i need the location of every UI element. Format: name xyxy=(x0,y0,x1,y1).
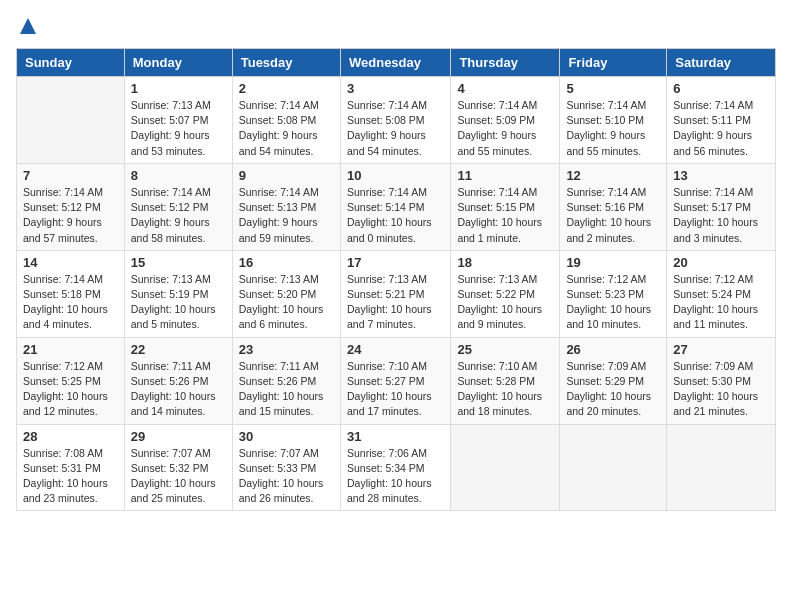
calendar-cell: 17Sunrise: 7:13 AMSunset: 5:21 PMDayligh… xyxy=(340,250,450,337)
day-number: 14 xyxy=(23,255,118,270)
calendar-cell: 5Sunrise: 7:14 AMSunset: 5:10 PMDaylight… xyxy=(560,77,667,164)
calendar-cell: 28Sunrise: 7:08 AMSunset: 5:31 PMDayligh… xyxy=(17,424,125,511)
day-number: 22 xyxy=(131,342,226,357)
day-info: Sunrise: 7:10 AMSunset: 5:28 PMDaylight:… xyxy=(457,359,553,420)
week-row-2: 7Sunrise: 7:14 AMSunset: 5:12 PMDaylight… xyxy=(17,163,776,250)
day-info: Sunrise: 7:13 AMSunset: 5:22 PMDaylight:… xyxy=(457,272,553,333)
calendar-cell: 12Sunrise: 7:14 AMSunset: 5:16 PMDayligh… xyxy=(560,163,667,250)
day-info: Sunrise: 7:14 AMSunset: 5:11 PMDaylight:… xyxy=(673,98,769,159)
day-number: 10 xyxy=(347,168,444,183)
day-info: Sunrise: 7:14 AMSunset: 5:10 PMDaylight:… xyxy=(566,98,660,159)
day-number: 7 xyxy=(23,168,118,183)
calendar-cell: 27Sunrise: 7:09 AMSunset: 5:30 PMDayligh… xyxy=(667,337,776,424)
day-info: Sunrise: 7:10 AMSunset: 5:27 PMDaylight:… xyxy=(347,359,444,420)
calendar-cell: 18Sunrise: 7:13 AMSunset: 5:22 PMDayligh… xyxy=(451,250,560,337)
column-header-monday: Monday xyxy=(124,49,232,77)
calendar-cell: 3Sunrise: 7:14 AMSunset: 5:08 PMDaylight… xyxy=(340,77,450,164)
day-info: Sunrise: 7:12 AMSunset: 5:25 PMDaylight:… xyxy=(23,359,118,420)
day-info: Sunrise: 7:09 AMSunset: 5:29 PMDaylight:… xyxy=(566,359,660,420)
day-number: 20 xyxy=(673,255,769,270)
calendar-cell: 26Sunrise: 7:09 AMSunset: 5:29 PMDayligh… xyxy=(560,337,667,424)
day-number: 16 xyxy=(239,255,334,270)
day-info: Sunrise: 7:14 AMSunset: 5:12 PMDaylight:… xyxy=(23,185,118,246)
calendar-cell: 14Sunrise: 7:14 AMSunset: 5:18 PMDayligh… xyxy=(17,250,125,337)
calendar-cell: 19Sunrise: 7:12 AMSunset: 5:23 PMDayligh… xyxy=(560,250,667,337)
calendar-cell: 31Sunrise: 7:06 AMSunset: 5:34 PMDayligh… xyxy=(340,424,450,511)
day-number: 6 xyxy=(673,81,769,96)
day-info: Sunrise: 7:14 AMSunset: 5:14 PMDaylight:… xyxy=(347,185,444,246)
day-info: Sunrise: 7:12 AMSunset: 5:24 PMDaylight:… xyxy=(673,272,769,333)
day-number: 31 xyxy=(347,429,444,444)
calendar-cell: 6Sunrise: 7:14 AMSunset: 5:11 PMDaylight… xyxy=(667,77,776,164)
calendar-cell: 1Sunrise: 7:13 AMSunset: 5:07 PMDaylight… xyxy=(124,77,232,164)
day-info: Sunrise: 7:14 AMSunset: 5:18 PMDaylight:… xyxy=(23,272,118,333)
day-number: 18 xyxy=(457,255,553,270)
column-header-thursday: Thursday xyxy=(451,49,560,77)
calendar-cell: 22Sunrise: 7:11 AMSunset: 5:26 PMDayligh… xyxy=(124,337,232,424)
calendar-cell xyxy=(667,424,776,511)
day-number: 28 xyxy=(23,429,118,444)
calendar-table: SundayMondayTuesdayWednesdayThursdayFrid… xyxy=(16,48,776,511)
day-number: 2 xyxy=(239,81,334,96)
calendar-cell: 25Sunrise: 7:10 AMSunset: 5:28 PMDayligh… xyxy=(451,337,560,424)
day-info: Sunrise: 7:07 AMSunset: 5:32 PMDaylight:… xyxy=(131,446,226,507)
calendar-cell: 15Sunrise: 7:13 AMSunset: 5:19 PMDayligh… xyxy=(124,250,232,337)
day-info: Sunrise: 7:14 AMSunset: 5:08 PMDaylight:… xyxy=(347,98,444,159)
calendar-cell xyxy=(17,77,125,164)
calendar-cell: 8Sunrise: 7:14 AMSunset: 5:12 PMDaylight… xyxy=(124,163,232,250)
day-number: 5 xyxy=(566,81,660,96)
calendar-cell: 9Sunrise: 7:14 AMSunset: 5:13 PMDaylight… xyxy=(232,163,340,250)
calendar-cell: 13Sunrise: 7:14 AMSunset: 5:17 PMDayligh… xyxy=(667,163,776,250)
calendar-cell xyxy=(560,424,667,511)
day-number: 9 xyxy=(239,168,334,183)
day-number: 24 xyxy=(347,342,444,357)
day-number: 27 xyxy=(673,342,769,357)
week-row-3: 14Sunrise: 7:14 AMSunset: 5:18 PMDayligh… xyxy=(17,250,776,337)
calendar-cell xyxy=(451,424,560,511)
page-header xyxy=(16,16,776,36)
day-info: Sunrise: 7:14 AMSunset: 5:15 PMDaylight:… xyxy=(457,185,553,246)
column-header-saturday: Saturday xyxy=(667,49,776,77)
day-info: Sunrise: 7:08 AMSunset: 5:31 PMDaylight:… xyxy=(23,446,118,507)
day-info: Sunrise: 7:14 AMSunset: 5:13 PMDaylight:… xyxy=(239,185,334,246)
day-number: 17 xyxy=(347,255,444,270)
day-info: Sunrise: 7:07 AMSunset: 5:33 PMDaylight:… xyxy=(239,446,334,507)
logo-icon xyxy=(18,16,38,36)
calendar-cell: 2Sunrise: 7:14 AMSunset: 5:08 PMDaylight… xyxy=(232,77,340,164)
calendar-cell: 29Sunrise: 7:07 AMSunset: 5:32 PMDayligh… xyxy=(124,424,232,511)
day-info: Sunrise: 7:14 AMSunset: 5:08 PMDaylight:… xyxy=(239,98,334,159)
day-info: Sunrise: 7:13 AMSunset: 5:07 PMDaylight:… xyxy=(131,98,226,159)
day-info: Sunrise: 7:06 AMSunset: 5:34 PMDaylight:… xyxy=(347,446,444,507)
column-header-friday: Friday xyxy=(560,49,667,77)
calendar-cell: 16Sunrise: 7:13 AMSunset: 5:20 PMDayligh… xyxy=(232,250,340,337)
calendar-header-row: SundayMondayTuesdayWednesdayThursdayFrid… xyxy=(17,49,776,77)
day-info: Sunrise: 7:09 AMSunset: 5:30 PMDaylight:… xyxy=(673,359,769,420)
day-info: Sunrise: 7:11 AMSunset: 5:26 PMDaylight:… xyxy=(131,359,226,420)
day-number: 29 xyxy=(131,429,226,444)
day-number: 11 xyxy=(457,168,553,183)
day-number: 3 xyxy=(347,81,444,96)
week-row-5: 28Sunrise: 7:08 AMSunset: 5:31 PMDayligh… xyxy=(17,424,776,511)
day-info: Sunrise: 7:14 AMSunset: 5:17 PMDaylight:… xyxy=(673,185,769,246)
day-number: 21 xyxy=(23,342,118,357)
day-number: 23 xyxy=(239,342,334,357)
day-number: 8 xyxy=(131,168,226,183)
calendar-cell: 21Sunrise: 7:12 AMSunset: 5:25 PMDayligh… xyxy=(17,337,125,424)
calendar-cell: 7Sunrise: 7:14 AMSunset: 5:12 PMDaylight… xyxy=(17,163,125,250)
day-info: Sunrise: 7:14 AMSunset: 5:12 PMDaylight:… xyxy=(131,185,226,246)
calendar-cell: 23Sunrise: 7:11 AMSunset: 5:26 PMDayligh… xyxy=(232,337,340,424)
column-header-sunday: Sunday xyxy=(17,49,125,77)
column-header-tuesday: Tuesday xyxy=(232,49,340,77)
day-info: Sunrise: 7:11 AMSunset: 5:26 PMDaylight:… xyxy=(239,359,334,420)
day-number: 1 xyxy=(131,81,226,96)
day-info: Sunrise: 7:14 AMSunset: 5:16 PMDaylight:… xyxy=(566,185,660,246)
day-info: Sunrise: 7:13 AMSunset: 5:21 PMDaylight:… xyxy=(347,272,444,333)
logo xyxy=(16,16,38,36)
day-info: Sunrise: 7:12 AMSunset: 5:23 PMDaylight:… xyxy=(566,272,660,333)
calendar-cell: 24Sunrise: 7:10 AMSunset: 5:27 PMDayligh… xyxy=(340,337,450,424)
day-info: Sunrise: 7:14 AMSunset: 5:09 PMDaylight:… xyxy=(457,98,553,159)
day-number: 4 xyxy=(457,81,553,96)
week-row-1: 1Sunrise: 7:13 AMSunset: 5:07 PMDaylight… xyxy=(17,77,776,164)
calendar-cell: 4Sunrise: 7:14 AMSunset: 5:09 PMDaylight… xyxy=(451,77,560,164)
day-number: 12 xyxy=(566,168,660,183)
